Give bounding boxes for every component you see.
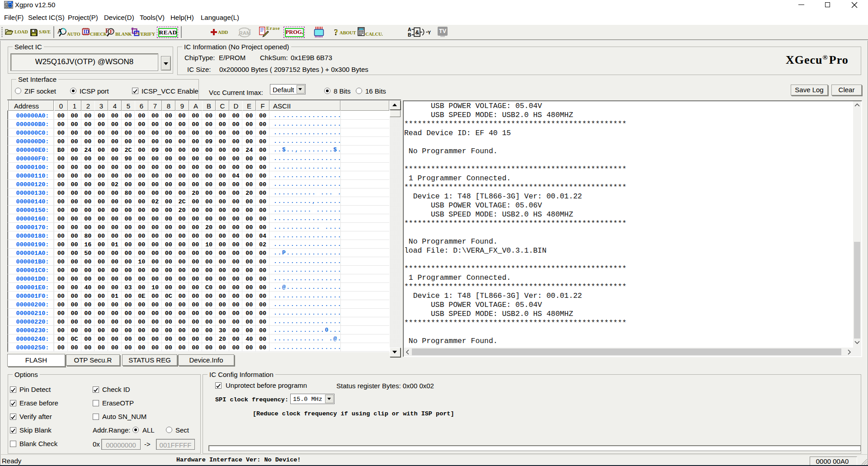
- svg-text:Y: Y: [428, 30, 431, 35]
- svg-text:B: B: [408, 32, 411, 38]
- svg-text:&: &: [415, 29, 420, 36]
- svg-text:F: F: [110, 28, 113, 35]
- svg-text:ID: ID: [84, 29, 90, 34]
- svg-text:?: ?: [335, 29, 338, 36]
- svg-text:RAM: RAM: [239, 30, 251, 36]
- svg-text:A: A: [408, 27, 411, 32]
